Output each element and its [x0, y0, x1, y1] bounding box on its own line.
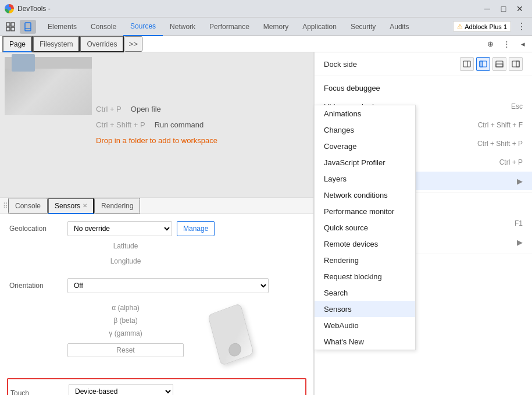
- geolocation-control: No override Berlin London Moscow Mumbai …: [67, 221, 215, 266]
- geolocation-select[interactable]: No override Berlin London Moscow Mumbai …: [67, 221, 172, 236]
- request-blocking-item[interactable]: Request blocking: [315, 268, 415, 284]
- geolocation-row: Geolocation No override Berlin London Mo…: [9, 221, 304, 266]
- dock-side-section: Dock side: [315, 52, 532, 76]
- more-tools-menu: Animations Changes Coverage JavaScript P…: [314, 105, 416, 350]
- sync-button[interactable]: ⋮: [499, 37, 513, 51]
- whats-new-item[interactable]: What's New: [315, 333, 415, 350]
- chrome-icon: [5, 4, 14, 13]
- javascript-profiler-item[interactable]: JavaScript Profiler: [315, 154, 415, 170]
- animations-item[interactable]: Animations: [315, 105, 415, 122]
- changes-item[interactable]: Changes: [315, 122, 415, 138]
- bottom-tab-console[interactable]: Console: [8, 198, 48, 214]
- close-button[interactable]: ✕: [512, 2, 527, 15]
- beta-label: β (beta): [67, 315, 184, 326]
- sub-tab-more[interactable]: >>: [124, 36, 142, 52]
- tab-network[interactable]: Network: [163, 17, 202, 36]
- device-toolbar-button[interactable]: [20, 20, 36, 34]
- geolocation-select-wrap: No override Berlin London Moscow Mumbai …: [67, 221, 215, 236]
- inspect-icon-button[interactable]: [2, 20, 19, 34]
- hint1-key: Ctrl + P: [96, 105, 122, 113]
- collapse-panel-button[interactable]: ◂: [516, 37, 530, 51]
- reset-button[interactable]: Reset: [67, 343, 184, 357]
- maximize-button[interactable]: □: [496, 2, 511, 15]
- hint2-action: Run command: [155, 120, 204, 129]
- layers-item[interactable]: Layers: [315, 170, 415, 187]
- tab-performance[interactable]: Performance: [202, 17, 256, 36]
- sub-tab-filesystem[interactable]: Filesystem: [33, 36, 80, 52]
- sub-tab-page[interactable]: Page: [2, 36, 33, 52]
- manage-button[interactable]: Manage: [177, 221, 215, 236]
- svg-rect-2: [6, 27, 10, 31]
- adblock-badge[interactable]: ⚠ Adblock Plus 1: [453, 21, 511, 32]
- dock-right-button[interactable]: [509, 57, 523, 71]
- title-bar-controls: ─ □ ✕: [480, 2, 527, 15]
- svg-rect-10: [496, 64, 503, 67]
- open-file-shortcut: Ctrl + P: [499, 158, 523, 166]
- title-bar: DevTools - ─ □ ✕: [0, 0, 532, 17]
- tab-memory[interactable]: Memory: [256, 17, 295, 36]
- thumbnail-inner: [5, 57, 92, 115]
- title-bar-left: DevTools -: [5, 4, 51, 13]
- search-tools-item[interactable]: Search: [315, 284, 415, 301]
- hide-console-shortcut: Esc: [511, 102, 523, 111]
- touch-row: Touch Device-based Force enabled Force d…: [7, 378, 306, 395]
- tab-sources[interactable]: Sources: [123, 17, 163, 36]
- minimize-button[interactable]: ─: [480, 2, 495, 15]
- sub-tab-overrides[interactable]: Overrides: [80, 36, 124, 52]
- latitude-label: Latitude: [67, 241, 184, 251]
- tab-elements[interactable]: Elements: [41, 17, 84, 36]
- rendering-item[interactable]: Rendering: [315, 252, 415, 268]
- bottom-tabs: ⠿ Console Sensors ✕ Rendering: [0, 198, 313, 214]
- dock-bottom-button[interactable]: [492, 57, 506, 71]
- svg-rect-3: [11, 23, 15, 26]
- hint2-key: Ctrl + Shift + P: [96, 120, 145, 129]
- dock-undock-button[interactable]: [460, 57, 474, 71]
- webaudio-item[interactable]: WebAudio: [315, 317, 415, 333]
- touch-label: Touch: [10, 386, 69, 395]
- dock-left-button[interactable]: [476, 57, 490, 71]
- devtools-menu-button[interactable]: ⋮: [513, 20, 530, 34]
- title-text: DevTools -: [17, 5, 51, 13]
- source-area: Ctrl + P Open file Ctrl + Shift + P Run …: [0, 52, 313, 197]
- network-conditions-item[interactable]: Network conditions: [315, 187, 415, 203]
- search-shortcut: Ctrl + Shift + F: [478, 121, 523, 129]
- svg-rect-8: [480, 61, 483, 67]
- orientation-control: Off Portrait Primary Portrait Secondary …: [67, 278, 269, 366]
- orientation-row: Orientation Off Portrait Primary Portrai…: [9, 278, 304, 366]
- svg-rect-6: [463, 61, 470, 67]
- bottom-tab-sensors[interactable]: Sensors ✕: [48, 198, 94, 214]
- svg-rect-4: [25, 23, 31, 31]
- geolocation-label: Geolocation: [9, 221, 67, 233]
- help-arrow: ▶: [517, 238, 523, 247]
- orientation-fields: α (alpha) β (beta) γ (gamma) Reset: [67, 303, 184, 366]
- tab-application[interactable]: Application: [295, 17, 344, 36]
- sensors-tab-close[interactable]: ✕: [83, 202, 87, 209]
- coverage-item[interactable]: Coverage: [315, 138, 415, 154]
- new-snippet-button[interactable]: ⊕: [483, 37, 497, 51]
- source-placeholder: Ctrl + P Open file Ctrl + Shift + P Run …: [96, 105, 217, 145]
- sensors-item[interactable]: Sensors: [315, 301, 415, 317]
- menu-bar: Elements Console Sources Network Perform…: [0, 17, 532, 36]
- svg-rect-11: [512, 61, 519, 67]
- source-thumbnail: [5, 57, 92, 115]
- tab-audits[interactable]: Audits: [383, 17, 416, 36]
- performance-monitor-item[interactable]: Performance monitor: [315, 203, 415, 219]
- menu-right: ⚠ Adblock Plus 1 ⋮: [453, 20, 530, 34]
- drag-handle: ⠿: [2, 202, 8, 210]
- tab-console[interactable]: Console: [84, 17, 123, 36]
- touch-select[interactable]: Device-based Force enabled Force disable…: [69, 384, 173, 395]
- touch-control: Device-based Force enabled Force disable…: [69, 384, 173, 395]
- svg-rect-12: [516, 61, 519, 67]
- thumb-top: [5, 57, 92, 69]
- focus-debuggee-item[interactable]: Focus debuggee: [315, 79, 532, 97]
- remote-devices-item[interactable]: Remote devices: [315, 236, 415, 252]
- orientation-label: Orientation: [9, 278, 67, 290]
- bottom-panel: ⠿ Console Sensors ✕ Rendering Geolocatio…: [0, 197, 313, 395]
- adblock-count: 1: [504, 23, 507, 30]
- hint-drop-folder: Drop in a folder to add to workspace: [96, 136, 217, 145]
- orientation-select[interactable]: Off Portrait Primary Portrait Secondary …: [67, 278, 269, 293]
- tab-security[interactable]: Security: [344, 17, 383, 36]
- bottom-tab-rendering[interactable]: Rendering: [94, 198, 140, 214]
- longitude-label: Longitude: [67, 256, 184, 266]
- quick-source-item[interactable]: Quick source: [315, 219, 415, 236]
